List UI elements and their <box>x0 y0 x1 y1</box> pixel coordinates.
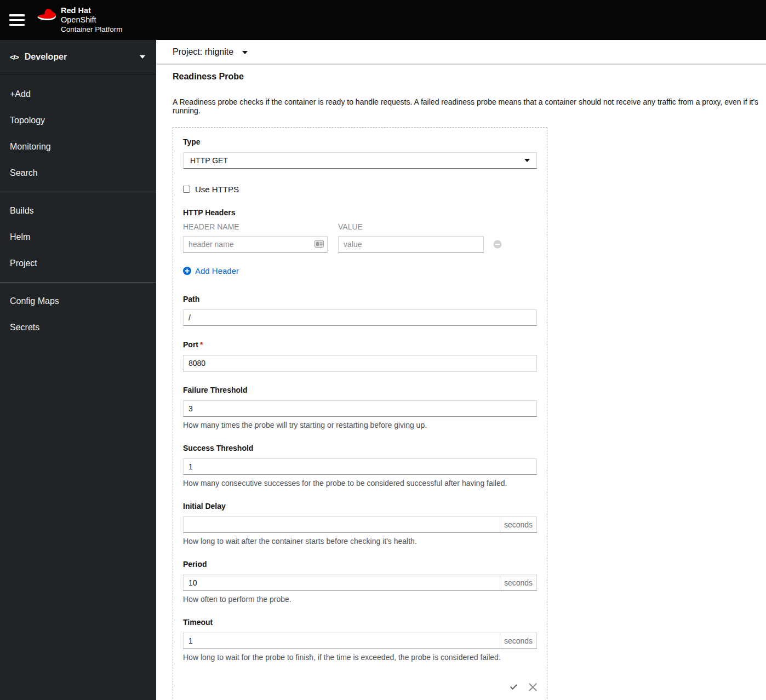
timeout-input-group: seconds <box>183 633 537 649</box>
sidebar-item-label: Topology <box>10 116 45 125</box>
autofill-card-icon[interactable] <box>315 240 324 248</box>
http-headers-group: HTTP Headers HEADER NAME VALUE <box>183 209 537 276</box>
period-label: Period <box>183 560 537 569</box>
brand-text: Red Hat OpenShift Container Platform <box>61 6 123 34</box>
use-https-group: Use HTTPS <box>183 185 537 194</box>
timeout-help: How long to wait for the probe to finish… <box>183 653 537 662</box>
sidebar-item-topology[interactable]: Topology <box>0 107 156 134</box>
sidebar-item-helm[interactable]: Helm <box>0 224 156 250</box>
project-bar: Project: rhignite <box>156 40 766 65</box>
close-icon <box>529 683 537 691</box>
timeout-label: Timeout <box>183 618 537 627</box>
seconds-unit-addon: seconds <box>500 575 537 591</box>
value-column-label: VALUE <box>338 223 363 231</box>
http-headers-label: HTTP Headers <box>183 209 537 217</box>
header-name-wrap <box>183 236 328 253</box>
page-description: A Readiness probe checks if the containe… <box>173 97 766 115</box>
required-asterisk: * <box>200 340 203 349</box>
failure-threshold-group: Failure Threshold How many times the pro… <box>183 386 537 429</box>
port-label: Port* <box>183 341 537 349</box>
success-threshold-input[interactable] <box>183 458 537 475</box>
path-group: Path <box>183 295 537 326</box>
timeout-group: Timeout seconds How long to wait for the… <box>183 618 537 662</box>
sidebar-item-label: Config Maps <box>10 296 59 306</box>
brand-line-platform: Container Platform <box>61 25 123 34</box>
sidebar-item-search[interactable]: Search <box>0 160 156 186</box>
initial-delay-group: Initial Delay seconds How long to wait a… <box>183 502 537 546</box>
success-threshold-group: Success Threshold How many consecutive s… <box>183 444 537 487</box>
header-name-input[interactable] <box>183 236 328 253</box>
sidebar-item-label: Helm <box>10 232 30 242</box>
initial-delay-label: Initial Delay <box>183 502 537 510</box>
header-value-input[interactable] <box>338 236 484 253</box>
readiness-probe-form: Type HTTP GET Use HTTPS HTTP Headers HEA… <box>173 127 547 700</box>
port-input[interactable] <box>183 355 537 371</box>
check-icon <box>509 682 518 692</box>
perspective-switcher[interactable]: </> Developer <box>0 40 156 74</box>
page-title: Readiness Probe <box>173 72 766 82</box>
initial-delay-input[interactable] <box>183 517 500 533</box>
chevron-down-icon[interactable] <box>242 51 248 54</box>
add-header-label: Add Header <box>195 266 239 276</box>
page-content: Readiness Probe A Readiness probe checks… <box>156 72 766 700</box>
http-headers-column-heads: HEADER NAME VALUE <box>183 223 537 231</box>
form-actions <box>183 682 537 695</box>
path-label: Path <box>183 295 537 303</box>
path-input[interactable] <box>183 309 537 326</box>
developer-code-icon: </> <box>10 53 19 61</box>
type-select-value: HTTP GET <box>190 156 228 165</box>
sidebar-item-config-maps[interactable]: Config Maps <box>0 288 156 314</box>
header-name-column-label: HEADER NAME <box>183 223 328 231</box>
sidebar-item-monitoring[interactable]: Monitoring <box>0 134 156 160</box>
minus-circle-icon <box>493 240 502 249</box>
port-group: Port* <box>183 341 537 371</box>
seconds-unit-addon: seconds <box>500 517 537 533</box>
type-select[interactable]: HTTP GET <box>183 152 537 169</box>
perspective-label: Developer <box>25 52 67 62</box>
main-content: Project: rhignite Readiness Probe A Read… <box>156 40 766 700</box>
initial-delay-input-group: seconds <box>183 517 537 533</box>
success-threshold-label: Success Threshold <box>183 444 537 452</box>
add-header-button[interactable]: Add Header <box>183 266 239 276</box>
period-help: How often to perform the probe. <box>183 595 537 604</box>
sidebar-divider <box>0 192 156 192</box>
sidebar-item-label: Secrets <box>10 323 39 332</box>
sidebar-item-builds[interactable]: Builds <box>0 198 156 224</box>
nav-toggle-hamburger-icon[interactable] <box>9 14 25 26</box>
sidebar-divider <box>0 282 156 283</box>
sidebar-item-secrets[interactable]: Secrets <box>0 314 156 341</box>
chevron-down-icon <box>140 55 145 59</box>
cancel-button[interactable] <box>529 683 537 691</box>
sidebar-nav: +Add Topology Monitoring Search Builds H… <box>0 74 156 341</box>
confirm-button[interactable] <box>509 682 518 692</box>
http-header-row <box>183 236 537 253</box>
sidebar-item-project[interactable]: Project <box>0 250 156 277</box>
redhat-openshift-logo[interactable]: Red Hat OpenShift Container Platform <box>37 6 123 34</box>
sidebar-item-label: Monitoring <box>10 142 51 152</box>
masthead: Red Hat OpenShift Container Platform <box>0 0 766 40</box>
plus-circle-icon <box>183 267 191 275</box>
type-group: Type HTTP GET <box>183 138 537 169</box>
success-threshold-help: How many consecutive successes for the p… <box>183 479 537 487</box>
failure-threshold-label: Failure Threshold <box>183 386 537 394</box>
seconds-unit-addon: seconds <box>500 633 537 649</box>
period-group: Period seconds How often to perform the … <box>183 560 537 604</box>
failure-threshold-input[interactable] <box>183 400 537 417</box>
project-selector[interactable]: Project: rhignite <box>173 47 233 57</box>
brand-line-openshift: OpenShift <box>61 15 123 25</box>
sidebar-item-add[interactable]: +Add <box>0 81 156 107</box>
app-layout: </> Developer +Add Topology Monitoring S… <box>0 40 766 700</box>
remove-header-button[interactable] <box>493 240 502 249</box>
sidebar-item-label: Builds <box>10 206 34 216</box>
redhat-fedora-icon <box>37 7 56 21</box>
timeout-input[interactable] <box>183 633 500 649</box>
brand-line-redhat: Red Hat <box>61 6 123 15</box>
use-https-label[interactable]: Use HTTPS <box>195 185 239 194</box>
sidebar-item-label: Search <box>10 168 38 178</box>
use-https-checkbox[interactable] <box>183 186 190 193</box>
period-input[interactable] <box>183 575 500 591</box>
chevron-down-icon <box>524 159 530 162</box>
initial-delay-help: How long to wait after the container sta… <box>183 537 537 546</box>
sidebar: </> Developer +Add Topology Monitoring S… <box>0 40 156 700</box>
sidebar-item-label: Project <box>10 259 37 268</box>
